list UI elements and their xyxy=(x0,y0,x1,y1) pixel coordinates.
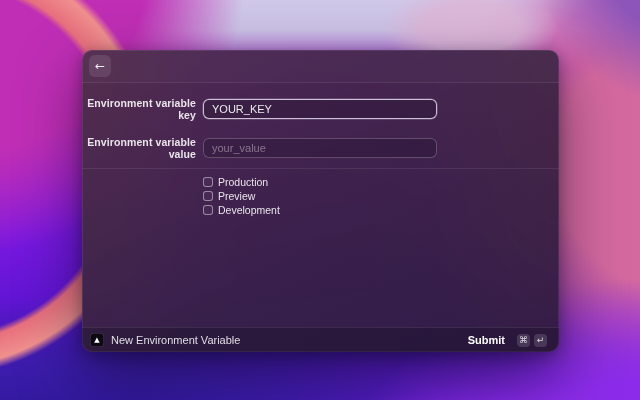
environment-checkbox-group: Production Preview Development xyxy=(82,175,559,217)
form-body: Environment variable key Environment var… xyxy=(82,97,559,217)
cmd-key-icon: ⌘ xyxy=(517,334,530,347)
section-divider xyxy=(82,168,559,169)
vercel-logo-icon: ▲ xyxy=(90,333,104,347)
checkbox-row-development[interactable]: Development xyxy=(203,203,559,217)
checkbox-unchecked-icon xyxy=(203,191,213,201)
env-key-input[interactable] xyxy=(203,99,437,119)
desktop: ← Environment variable key Environment v… xyxy=(0,0,640,400)
form-row-key: Environment variable key xyxy=(82,97,559,121)
form-row-value: Environment variable value xyxy=(82,136,559,160)
return-key-icon: ↵ xyxy=(534,334,547,347)
window-footer: ▲ New Environment Variable Submit ⌘ ↵ xyxy=(82,327,559,352)
checkbox-label: Preview xyxy=(218,190,255,202)
env-value-label: Environment variable value xyxy=(82,136,196,160)
checkbox-row-production[interactable]: Production xyxy=(203,175,559,189)
checkbox-label: Development xyxy=(218,204,280,216)
window-header: ← xyxy=(82,50,559,83)
back-arrow-icon: ← xyxy=(95,55,105,77)
footer-actions: Submit ⌘ ↵ xyxy=(468,334,547,347)
checkbox-row-preview[interactable]: Preview xyxy=(203,189,559,203)
checkbox-unchecked-icon xyxy=(203,205,213,215)
env-key-label: Environment variable key xyxy=(82,97,196,121)
back-button[interactable]: ← xyxy=(89,55,111,77)
new-environment-variable-window: ← Environment variable key Environment v… xyxy=(82,50,559,352)
checkbox-label: Production xyxy=(218,176,268,188)
command-title: New Environment Variable xyxy=(111,334,240,346)
vercel-triangle-glyph: ▲ xyxy=(94,337,99,344)
checkbox-unchecked-icon xyxy=(203,177,213,187)
submit-button[interactable]: Submit xyxy=(468,334,505,346)
env-value-input[interactable] xyxy=(203,138,437,158)
